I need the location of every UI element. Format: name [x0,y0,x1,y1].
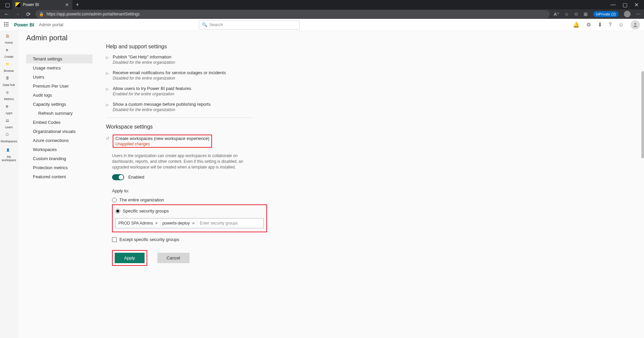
brand-label[interactable]: Power BI [14,22,34,28]
search-placeholder: Search [209,22,223,27]
setting-custom-message[interactable]: ▷ Show a custom message before publishin… [106,102,631,112]
favorites-bar-icon[interactable]: ✩ [574,11,578,17]
tab-close-icon[interactable]: ✕ [65,2,69,7]
highlight-apply: Apply [112,250,147,266]
sidebar-item-audit-logs[interactable]: Audit logs [26,91,93,100]
address-bar[interactable]: 🔒 https://app.powerbi.com/admin-portal/t… [36,10,550,18]
favicon-icon [15,2,20,7]
nav-home[interactable]: 🏠Home [5,34,13,44]
sidebar-item-users[interactable]: Users [26,73,93,82]
radio-entire-organization[interactable]: The entire organization [112,196,631,204]
setting-publish-get-help[interactable]: ▷ Publish "Get Help" information Disable… [106,54,631,65]
sidebar-item-azure-connections[interactable]: Azure connections [26,136,93,145]
admin-sidebar: Tenant settings Usage metrics Users Prem… [26,54,93,338]
tab-list-icon[interactable]: ▢ [3,0,12,9]
forward-icon: → [14,11,21,17]
checkbox-icon[interactable] [112,237,117,242]
nav-learn[interactable]: 🕮Learn [5,119,13,129]
expand-icon[interactable]: ▷ [106,54,109,60]
sidebar-item-usage-metrics[interactable]: Usage metrics [26,63,93,73]
chip-prod-spa-admins: PROD SPA Admins✕ [117,220,159,226]
sidebar-item-workspaces[interactable]: Workspaces [26,145,93,154]
nav-apps[interactable]: ⊞Apps [5,105,12,115]
nav-workspaces[interactable]: 🖵Workspaces [1,133,17,143]
radio-specific-groups[interactable]: Specific security groups [115,207,264,215]
window-maximize-icon[interactable]: ▢ [623,2,628,8]
apply-button[interactable]: Apply [115,253,145,263]
feedback-icon[interactable]: ☺ [619,22,624,28]
collections-icon[interactable]: ⊞ [584,11,588,17]
inprivate-badge[interactable]: InPrivate (2) [593,11,619,17]
lock-icon: 🔒 [39,12,44,16]
download-icon[interactable]: ⬇ [598,21,602,28]
divider [106,117,254,118]
sidebar-item-embed-codes[interactable]: Embed Codes [26,118,93,127]
new-tab-button[interactable]: + [76,2,79,8]
collapse-icon[interactable]: ◿ [106,135,109,140]
favorite-icon[interactable]: ☆ [565,11,569,17]
more-icon[interactable]: ⋯ [636,11,641,17]
search-input[interactable]: 🔍 Search [199,20,300,30]
nav-my-workspace[interactable]: 👤My workspace [0,148,18,162]
expand-icon[interactable]: ▷ [106,102,109,107]
sidebar-item-org-visuals[interactable]: Organizational visuals [26,127,93,136]
profile-icon[interactable] [624,11,631,17]
apply-to-label: Apply to: [112,188,631,193]
chip-remove-icon[interactable]: ✕ [155,221,158,226]
enabled-toggle[interactable] [112,174,124,180]
setting-try-paid-features[interactable]: ▷ Allow users to try Power BI paid featu… [106,86,631,96]
chip-placeholder[interactable]: Enter security groups [198,220,262,226]
unapplied-changes-label: Unapplied changes [115,142,209,146]
cancel-button[interactable]: Cancel [157,253,190,263]
sidebar-item-capacity-settings[interactable]: Capacity settings [26,100,93,109]
read-aloud-icon[interactable]: A⁺ [554,11,559,17]
search-icon: 🔍 [202,22,207,27]
security-groups-input[interactable]: PROD SPA Admins✕ powerbi-deploy✕ Enter s… [115,218,264,228]
nav-metrics[interactable]: ◎Metrics [4,91,14,101]
settings-icon[interactable]: ⚙ [586,21,591,28]
expand-icon[interactable]: ▷ [106,86,109,91]
nav-rail: 🏠Home ⊕Create 📁Browse 🗄Data hub ◎Metrics… [0,31,18,338]
notifications-icon[interactable]: 🔔 [573,21,580,28]
nav-browse[interactable]: 📁Browse [4,62,14,73]
page-title: Admin portal [26,34,68,42]
app-header: Power BI Admin portal 🔍 Search 🔔 ⚙ ⬇ ? ☺ [0,19,644,31]
svg-point-0 [634,23,636,25]
sidebar-item-refresh-summary[interactable]: Refresh summary [26,109,93,118]
nav-datahub[interactable]: 🗄Data hub [3,77,15,87]
back-icon[interactable]: ← [3,11,10,17]
breadcrumb[interactable]: Admin portal [39,22,63,27]
sidebar-item-protection-metrics[interactable]: Protection metrics [26,163,93,172]
highlight-create-workspaces: Create workspaces (new workspace experie… [113,135,212,148]
workspace-section-title: Workspace settings [106,124,631,130]
tab-title: Power BI [23,2,62,7]
nav-create[interactable]: ⊕Create [4,48,13,58]
help-section-title: Help and support settings [106,44,631,50]
browser-chrome: ▢ Power BI ✕ + ― ▢ ✕ ← → ⟳ 🔒 https://app… [0,0,644,19]
radio-icon[interactable] [115,209,120,213]
sidebar-item-premium-per-user[interactable]: Premium Per User [26,82,93,91]
refresh-icon[interactable]: ⟳ [25,11,32,17]
help-icon[interactable]: ? [609,22,612,28]
setting-description: Users in the organization can create app… [112,153,260,170]
app-launcher-icon[interactable] [4,22,9,28]
except-groups-checkbox[interactable]: Except specific security groups [112,237,631,242]
browser-tab[interactable]: Power BI ✕ [12,0,72,9]
chip-remove-icon[interactable]: ✕ [192,221,195,226]
highlight-specific-groups: Specific security groups PROD SPA Admins… [112,204,267,232]
toggle-label: Enabled [128,175,144,180]
window-close-icon[interactable]: ✕ [634,2,639,8]
setting-email-notifications[interactable]: ▷ Receive email notifications for servic… [106,70,631,81]
setting-create-workspaces[interactable]: ◿ Create workspaces (new workspace exper… [106,135,631,148]
url-text: https://app.powerbi.com/admin-portal/ten… [47,12,140,16]
sidebar-item-featured-content[interactable]: Featured content [26,172,93,181]
chip-powerbi-deploy: powerbi-deploy✕ [161,220,196,226]
user-avatar[interactable] [631,20,640,30]
sidebar-item-tenant-settings[interactable]: Tenant settings [26,54,93,63]
scrollbar[interactable] [641,71,644,158]
window-minimize-icon[interactable]: ― [610,2,616,8]
radio-icon[interactable] [112,198,117,202]
expand-icon[interactable]: ▷ [106,70,109,76]
sidebar-item-custom-branding[interactable]: Custom branding [26,154,93,163]
